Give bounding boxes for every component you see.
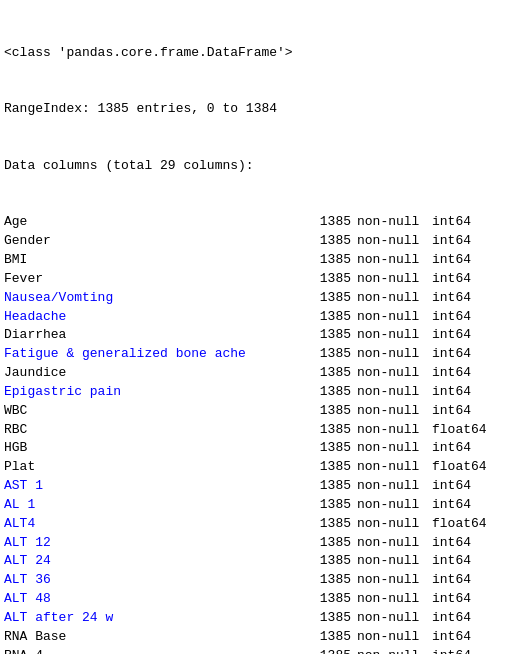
column-null: non-null — [357, 326, 432, 345]
column-dtype: int64 — [432, 552, 471, 571]
column-count: 1385 — [309, 496, 357, 515]
column-dtype: float64 — [432, 458, 487, 477]
column-count: 1385 — [309, 308, 357, 327]
column-dtype: int64 — [432, 590, 471, 609]
column-name: Headache — [4, 308, 309, 327]
column-count: 1385 — [309, 477, 357, 496]
table-row: Plat1385non-nullfloat64 — [4, 458, 504, 477]
column-count: 1385 — [309, 383, 357, 402]
class-line: <class 'pandas.core.frame.DataFrame'> — [4, 44, 504, 63]
column-dtype: int64 — [432, 364, 471, 383]
table-row: ALT after 24 w1385non-nullint64 — [4, 609, 504, 628]
column-null: non-null — [357, 213, 432, 232]
column-name: ALT 48 — [4, 590, 309, 609]
column-dtype: int64 — [432, 213, 471, 232]
table-row: Age1385non-nullint64 — [4, 213, 504, 232]
column-name: Epigastric pain — [4, 383, 309, 402]
column-count: 1385 — [309, 552, 357, 571]
table-row: RNA 41385non-nullint64 — [4, 647, 504, 654]
column-null: non-null — [357, 383, 432, 402]
column-count: 1385 — [309, 628, 357, 647]
column-name: Plat — [4, 458, 309, 477]
column-dtype: int64 — [432, 383, 471, 402]
table-row: AL 11385non-nullint64 — [4, 496, 504, 515]
column-name: ALT 24 — [4, 552, 309, 571]
column-name: Jaundice — [4, 364, 309, 383]
column-dtype: int64 — [432, 270, 471, 289]
column-count: 1385 — [309, 421, 357, 440]
column-dtype: int64 — [432, 439, 471, 458]
column-null: non-null — [357, 496, 432, 515]
table-row: ALT 481385non-nullint64 — [4, 590, 504, 609]
column-name: RNA 4 — [4, 647, 309, 654]
column-null: non-null — [357, 308, 432, 327]
table-row: Epigastric pain1385non-nullint64 — [4, 383, 504, 402]
column-dtype: int64 — [432, 232, 471, 251]
column-null: non-null — [357, 232, 432, 251]
column-dtype: int64 — [432, 534, 471, 553]
column-null: non-null — [357, 477, 432, 496]
columns-table: Age1385non-nullint64Gender1385non-nullin… — [4, 213, 504, 654]
column-null: non-null — [357, 439, 432, 458]
column-null: non-null — [357, 364, 432, 383]
table-row: Headache1385non-nullint64 — [4, 308, 504, 327]
table-row: ALT41385non-nullfloat64 — [4, 515, 504, 534]
column-null: non-null — [357, 647, 432, 654]
column-name: ALT after 24 w — [4, 609, 309, 628]
column-count: 1385 — [309, 571, 357, 590]
column-count: 1385 — [309, 515, 357, 534]
column-name: Age — [4, 213, 309, 232]
column-name: ALT4 — [4, 515, 309, 534]
table-row: Diarrhea1385non-nullint64 — [4, 326, 504, 345]
table-row: Fever1385non-nullint64 — [4, 270, 504, 289]
column-name: HGB — [4, 439, 309, 458]
column-name: AST 1 — [4, 477, 309, 496]
table-row: BMI1385non-nullint64 — [4, 251, 504, 270]
column-null: non-null — [357, 458, 432, 477]
column-dtype: int64 — [432, 647, 471, 654]
column-null: non-null — [357, 345, 432, 364]
column-count: 1385 — [309, 647, 357, 654]
column-dtype: float64 — [432, 421, 487, 440]
column-count: 1385 — [309, 590, 357, 609]
column-null: non-null — [357, 571, 432, 590]
column-dtype: int64 — [432, 308, 471, 327]
table-row: Fatigue & generalized bone ache1385non-n… — [4, 345, 504, 364]
column-null: non-null — [357, 421, 432, 440]
column-count: 1385 — [309, 534, 357, 553]
range-index-line: RangeIndex: 1385 entries, 0 to 1384 — [4, 100, 504, 119]
column-dtype: int64 — [432, 496, 471, 515]
column-name: WBC — [4, 402, 309, 421]
table-row: ALT 121385non-nullint64 — [4, 534, 504, 553]
column-null: non-null — [357, 590, 432, 609]
column-dtype: int64 — [432, 251, 471, 270]
column-name: ALT 12 — [4, 534, 309, 553]
column-count: 1385 — [309, 270, 357, 289]
column-count: 1385 — [309, 326, 357, 345]
column-dtype: int64 — [432, 477, 471, 496]
column-dtype: int64 — [432, 326, 471, 345]
column-name: BMI — [4, 251, 309, 270]
table-row: AST 11385non-nullint64 — [4, 477, 504, 496]
column-name: AL 1 — [4, 496, 309, 515]
column-dtype: int64 — [432, 345, 471, 364]
table-row: ALT 241385non-nullint64 — [4, 552, 504, 571]
column-dtype: float64 — [432, 515, 487, 534]
column-name: Fatigue & generalized bone ache — [4, 345, 309, 364]
column-name: ALT 36 — [4, 571, 309, 590]
column-dtype: int64 — [432, 628, 471, 647]
data-columns-header: Data columns (total 29 columns): — [4, 157, 504, 176]
column-count: 1385 — [309, 458, 357, 477]
column-count: 1385 — [309, 251, 357, 270]
column-dtype: int64 — [432, 609, 471, 628]
table-row: Nausea/Vomting1385non-nullint64 — [4, 289, 504, 308]
column-count: 1385 — [309, 364, 357, 383]
table-row: HGB1385non-nullint64 — [4, 439, 504, 458]
table-row: Gender1385non-nullint64 — [4, 232, 504, 251]
column-name: Nausea/Vomting — [4, 289, 309, 308]
column-name: RBC — [4, 421, 309, 440]
column-name: Fever — [4, 270, 309, 289]
column-null: non-null — [357, 534, 432, 553]
column-count: 1385 — [309, 232, 357, 251]
column-count: 1385 — [309, 345, 357, 364]
